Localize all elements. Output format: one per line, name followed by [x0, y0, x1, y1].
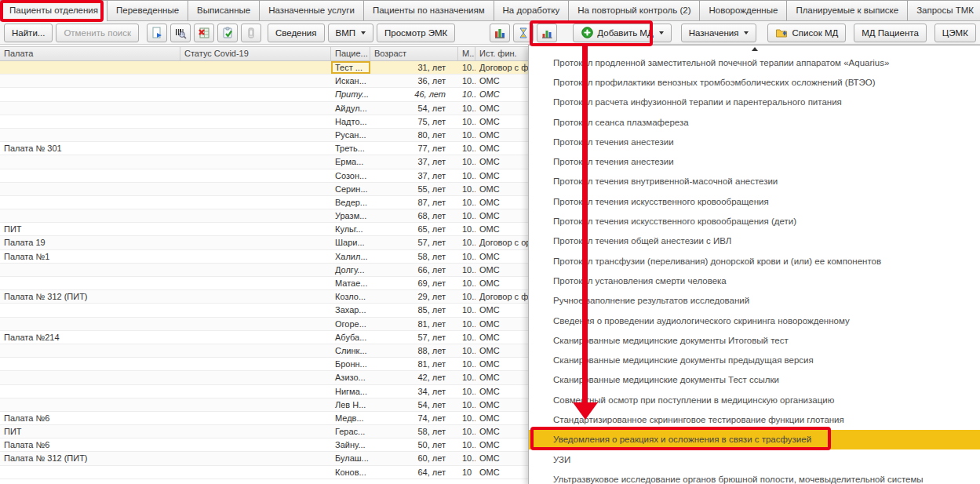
menu-item[interactable]: Стандартизированное скрининговое тестиро… — [529, 409, 980, 429]
menu-item[interactable]: Сканированные медицинские документы Тест… — [529, 370, 980, 390]
medcard-cell: 10... — [458, 439, 475, 451]
ward-cell: Палата №6 — [0, 439, 180, 451]
patient-cell: Лев Н... — [331, 398, 370, 411]
appointments-dropdown-button[interactable]: Назначения — [681, 24, 757, 42]
tab-patients-of-department[interactable]: Пациенты отделения — [0, 0, 107, 21]
medcard-cell: 10... — [458, 318, 475, 330]
tab-patients-by-appointments[interactable]: Пациенты по назначениям — [363, 0, 494, 20]
tab-for-revision[interactable]: На доработку — [494, 0, 570, 20]
medcard-cell: 10... — [458, 344, 475, 357]
ward-cell — [0, 169, 180, 182]
covid-cell — [180, 250, 331, 263]
patient-cell: Матае... — [331, 277, 370, 289]
covid-cell — [180, 452, 331, 464]
menu-item[interactable]: Сканированные медицинские документы пред… — [529, 350, 980, 369]
ward-cell — [0, 304, 180, 316]
menu-item[interactable]: Сканированные медицинские документы Итог… — [529, 330, 980, 350]
ward-cell — [0, 129, 180, 141]
tab-transferred[interactable]: Переведенные — [107, 0, 188, 20]
tab-tmk-requests[interactable]: Запросы ТМК — [907, 0, 980, 20]
col-age[interactable]: Возраст — [370, 47, 458, 60]
menu-item[interactable]: Ультразвуковое исследование органов брюш… — [529, 469, 980, 484]
covid-cell — [180, 155, 331, 168]
patient-cell: Халил... — [331, 250, 370, 263]
view-emk-button[interactable]: Просмотр ЭМК — [377, 24, 455, 42]
tab-assigned-services[interactable]: Назначенные услуги — [259, 0, 364, 20]
col-patient[interactable]: Пацие... — [331, 47, 370, 60]
tab-newborns[interactable]: Новорожденные — [699, 0, 787, 20]
menu-item[interactable]: Протокол продленной заместительной почеч… — [529, 53, 980, 72]
ward-cell: Палата №1 — [0, 250, 180, 263]
menu-item[interactable]: Совместный осмотр при поступлении в меди… — [529, 390, 980, 409]
hourglass-button[interactable] — [513, 24, 534, 42]
col-m[interactable]: М... — [458, 47, 475, 60]
add-plus-icon — [581, 27, 593, 39]
ward-cell: Палата № 312 (ПИТ) — [0, 290, 180, 303]
covid-cell — [180, 169, 331, 182]
find-button[interactable]: Найти... — [4, 24, 53, 42]
covid-cell — [180, 466, 331, 479]
menu-item[interactable]: Протокол течения внутривенной-масочной а… — [529, 172, 980, 191]
cancel-search-button[interactable]: Отменить поиск — [56, 24, 139, 42]
add-md-dropdown-menu: Протокол продленной заместительной почеч… — [528, 45, 980, 484]
covid-cell — [180, 264, 331, 276]
menu-item[interactable]: Протокол течения общей анестезии с ИВЛ — [529, 231, 980, 251]
age-cell: 46, лет — [370, 88, 458, 100]
vmp-dropdown-button[interactable]: ВМП — [328, 24, 374, 42]
xyz-chart-icon — [494, 27, 506, 39]
age-cell: 75, лет — [370, 115, 458, 128]
details-button[interactable]: Сведения — [268, 24, 325, 42]
menu-item[interactable]: УЗИ — [529, 449, 980, 469]
menu-item[interactable]: Протокол течения анестезии — [529, 151, 980, 171]
md-list-button-label: Список МД — [792, 28, 838, 38]
covid-cell — [180, 75, 331, 87]
age-cell: 29, лет — [370, 290, 458, 303]
col-covid-status[interactable]: Статус Covid-19 — [180, 47, 331, 60]
ward-cell — [0, 183, 180, 195]
medcard-cell: 10... — [458, 169, 475, 182]
tab-repeat-control[interactable]: На повторный контроль (2) — [568, 0, 700, 20]
scroll-up-icon — [752, 47, 758, 51]
clipboard-check-button[interactable] — [217, 24, 238, 42]
menu-item[interactable]: Протокол трансфузии (переливания) донорс… — [529, 251, 980, 271]
menu-item-highlighted[interactable]: Уведомления о реакциях и осложнения в св… — [529, 430, 980, 449]
report-document-button[interactable] — [147, 24, 167, 42]
cemk-button[interactable]: ЦЭМК — [934, 24, 976, 42]
age-cell: 74, лет — [370, 412, 458, 424]
barcode-scan-button[interactable] — [170, 24, 191, 42]
covid-cell — [180, 439, 331, 451]
menu-item[interactable]: Протокол расчета инфузионной терапии и п… — [529, 93, 980, 112]
medcard-cell: 10... — [458, 61, 475, 74]
tab-discharged[interactable]: Выписанные — [188, 0, 260, 20]
menu-item[interactable]: Сведения о проведении аудиологического с… — [529, 311, 980, 330]
menu-item[interactable]: Протокол сеанса плазмафереза — [529, 112, 980, 132]
age-cell: 57, лет — [370, 331, 458, 344]
ward-cell: Палата № 312 (ПИТ) — [0, 452, 180, 464]
covid-cell — [180, 398, 331, 411]
menu-item[interactable]: Протокол профилактики венозных тромбоэмб… — [529, 72, 980, 92]
excel-remove-button[interactable] — [194, 24, 214, 42]
menu-item[interactable]: Ручное заполнение результатов исследован… — [529, 291, 980, 311]
patient-cell: Айдул... — [331, 102, 370, 115]
add-md-button[interactable]: Добавить МД — [573, 24, 671, 42]
tab-bar: Пациенты отделенияПереведенныеВыписанные… — [0, 0, 980, 21]
bar-chart-button[interactable] — [537, 24, 557, 42]
menu-item[interactable]: Протокол установления смерти человека — [529, 271, 980, 290]
ward-cell: Палата №214 — [0, 331, 180, 344]
covid-cell — [180, 88, 331, 100]
md-list-button[interactable]: Список МД — [767, 24, 846, 42]
age-cell: 37, лет — [370, 169, 458, 182]
covid-cell — [180, 318, 331, 330]
menu-item[interactable]: Протокол течения анестезии — [529, 132, 980, 151]
tab-planned-discharge[interactable]: Планируемые к выписке — [786, 0, 908, 20]
menu-scroll-up[interactable] — [529, 45, 980, 53]
phone-button[interactable] — [241, 24, 261, 42]
menu-item[interactable]: Протокол течения искусственного кровообр… — [529, 191, 980, 211]
xyz-chart-button[interactable] — [490, 24, 510, 42]
patient-md-button[interactable]: МД Пациента — [854, 24, 927, 42]
ward-cell: ПИТ — [0, 223, 180, 235]
col-ward[interactable]: Палата — [0, 47, 180, 60]
menu-item[interactable]: Протокол течения искусственного кровообр… — [529, 211, 980, 231]
age-cell: 88, лет — [370, 344, 458, 357]
age-cell: 57, лет — [370, 236, 458, 249]
